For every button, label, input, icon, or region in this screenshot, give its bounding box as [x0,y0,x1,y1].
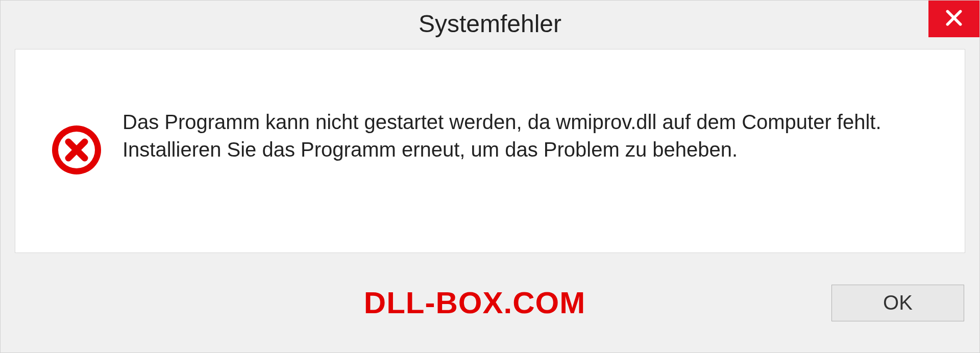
dialog-footer: DLL-BOX.COM OK [1,263,979,352]
ok-button[interactable]: OK [831,285,964,321]
error-message: Das Programm kann nicht gestartet werden… [122,108,944,163]
ok-button-label: OK [883,291,913,314]
dialog-titlebar: Systemfehler [1,1,979,46]
watermark-text: DLL-BOX.COM [118,285,831,320]
dialog-title: Systemfehler [419,10,561,38]
close-icon [944,8,964,30]
close-button[interactable] [928,1,979,37]
dialog-content-panel: Das Programm kann nicht gestartet werden… [15,49,965,253]
error-icon [51,124,102,178]
